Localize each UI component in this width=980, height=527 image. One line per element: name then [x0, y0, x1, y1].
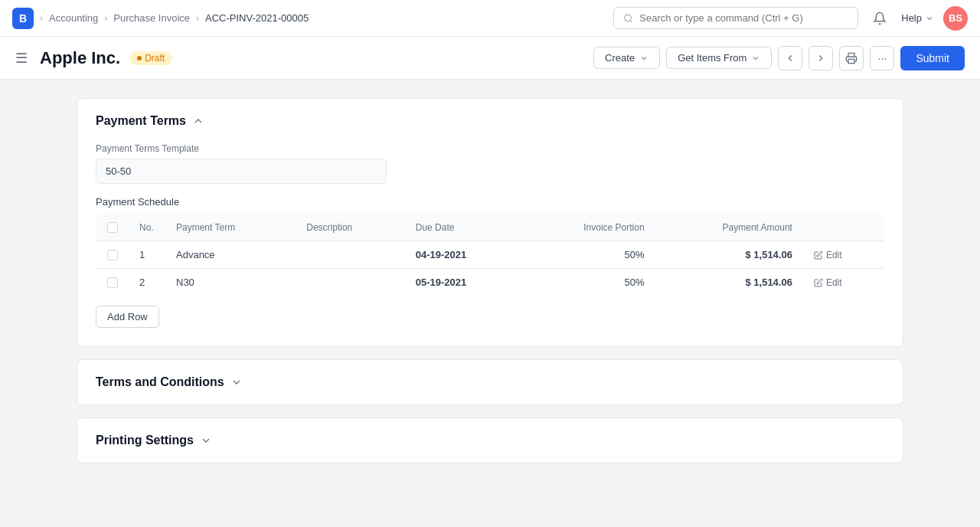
printing-settings-title: Printing Settings: [96, 434, 194, 447]
col-actions: [803, 214, 884, 241]
search-box[interactable]: [613, 7, 858, 29]
col-payment-amount: Payment Amount: [655, 214, 803, 241]
chevron-right-icon: [815, 53, 826, 64]
schedule-label: Payment Schedule: [96, 196, 884, 208]
chevron-left-icon: [785, 53, 795, 64]
topnav-right: Help BS: [613, 6, 968, 31]
submit-button[interactable]: Submit: [900, 46, 965, 70]
status-badge: Draft: [129, 51, 172, 65]
row-due-date-1: 04-19-2021: [405, 241, 522, 269]
hamburger-menu[interactable]: ☰: [15, 50, 28, 67]
row-amount-2: $ 1,514.06: [655, 269, 803, 296]
terms-conditions-title: Terms and Conditions: [96, 375, 224, 389]
chevron-updown-icon: [639, 54, 648, 63]
bell-icon: [873, 11, 887, 25]
row-term-2: N30: [165, 269, 296, 296]
breadcrumb-sep-3: ›: [196, 13, 199, 24]
avatar[interactable]: BS: [943, 6, 968, 31]
svg-rect-2: [848, 59, 854, 63]
draft-dot: [137, 56, 142, 61]
payment-terms-body: Payment Terms Template 50-50 Payment Sch…: [77, 143, 903, 346]
payment-terms-card: Payment Terms Payment Terms Template 50-…: [77, 98, 903, 347]
col-due-date: Due Date: [405, 214, 522, 241]
col-invoice-portion: Invoice Portion: [522, 214, 655, 241]
prev-button[interactable]: [778, 46, 802, 70]
breadcrumb-doc-id: ACC-PINV-2021-00005: [205, 12, 309, 24]
col-checkbox: [96, 214, 129, 241]
template-input[interactable]: 50-50: [96, 159, 387, 184]
col-description: Description: [296, 214, 405, 241]
row-desc-1: [296, 241, 405, 269]
next-button[interactable]: [808, 46, 833, 70]
create-button[interactable]: Create: [593, 47, 660, 69]
chevron-down-icon-get: [751, 54, 760, 63]
col-no: No.: [129, 214, 165, 241]
payment-terms-title: Payment Terms: [96, 114, 186, 128]
main-content: Payment Terms Payment Terms Template 50-…: [0, 80, 980, 494]
chevron-down-icon: [925, 14, 934, 23]
row-amount-1: $ 1,514.06: [655, 241, 803, 269]
row-edit-cell-1: Edit: [803, 241, 884, 269]
row-portion-2: 50%: [522, 269, 655, 296]
secondary-navigation: ☰ Apple Inc. Draft Create Get Items From: [0, 37, 980, 80]
svg-line-1: [630, 20, 632, 21]
terms-conditions-card: Terms and Conditions: [77, 359, 903, 405]
printing-settings-header[interactable]: Printing Settings: [77, 418, 903, 463]
row-desc-2: [296, 269, 405, 296]
chevron-down-terms-icon: [230, 376, 243, 388]
row-portion-1: 50%: [522, 241, 655, 269]
secnav-actions: Create Get Items From: [593, 46, 965, 70]
pencil-icon: [814, 278, 823, 287]
more-options-button[interactable]: ···: [870, 46, 894, 70]
print-button[interactable]: [839, 46, 864, 70]
edit-button-1[interactable]: Edit: [814, 250, 873, 260]
row-due-date-2: 05-19-2021: [405, 269, 522, 296]
row-checkbox-cell: [96, 241, 129, 269]
svg-point-0: [625, 15, 632, 21]
row-no-2: 2: [129, 269, 165, 296]
row-checkbox-2[interactable]: [107, 277, 118, 288]
chevron-down-print-icon: [200, 434, 212, 447]
table-row: 1 Advance 04-19-2021 50% $ 1,514.06 Edit: [96, 241, 884, 269]
printing-settings-card: Printing Settings: [77, 417, 903, 463]
col-payment-term: Payment Term: [165, 214, 296, 241]
template-label: Payment Terms Template: [96, 143, 884, 154]
add-row-button[interactable]: Add Row: [96, 306, 159, 328]
notification-button[interactable]: [867, 6, 892, 31]
breadcrumb-sep-1: ›: [40, 13, 43, 24]
search-icon: [623, 13, 633, 24]
row-edit-cell-2: Edit: [803, 269, 884, 296]
pencil-icon: [814, 250, 823, 260]
terms-conditions-header[interactable]: Terms and Conditions: [77, 360, 903, 404]
help-button[interactable]: Help: [901, 12, 934, 24]
app-logo[interactable]: B: [12, 8, 34, 29]
search-input[interactable]: [639, 12, 848, 24]
table-row: 2 N30 05-19-2021 50% $ 1,514.06 Edit: [96, 269, 884, 296]
top-navigation: B › Accounting › Purchase Invoice › ACC-…: [0, 0, 980, 37]
get-items-button[interactable]: Get Items From: [666, 47, 772, 69]
select-all-checkbox[interactable]: [107, 222, 118, 233]
payment-schedule-table: No. Payment Term Description Due Date In…: [96, 214, 884, 296]
chevron-up-icon: [192, 115, 204, 127]
printer-icon: [845, 52, 858, 64]
breadcrumb-sep-2: ›: [104, 13, 107, 24]
row-checkbox-cell: [96, 269, 129, 296]
edit-button-2[interactable]: Edit: [814, 277, 873, 288]
row-checkbox-1[interactable]: [107, 250, 118, 260]
breadcrumb-accounting[interactable]: Accounting: [49, 12, 98, 24]
payment-terms-header[interactable]: Payment Terms: [77, 99, 903, 143]
row-term-1: Advance: [165, 241, 296, 269]
row-no-1: 1: [129, 241, 165, 269]
breadcrumb-purchase-invoice[interactable]: Purchase Invoice: [113, 12, 190, 24]
document-title: Apple Inc.: [40, 48, 120, 68]
